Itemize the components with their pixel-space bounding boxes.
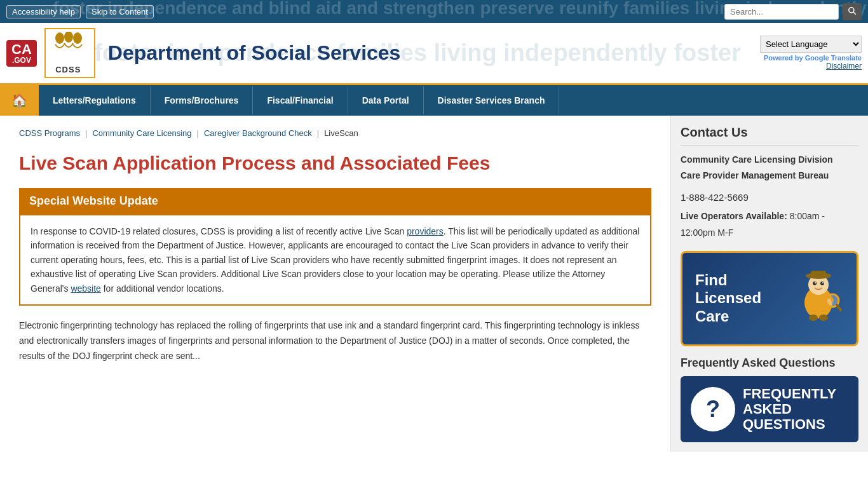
providers-link[interactable]: providers bbox=[407, 226, 444, 236]
accessibility-link[interactable]: Accessibility help bbox=[6, 5, 81, 18]
breadcrumb-caregiver-background[interactable]: Caregiver Background Check bbox=[204, 128, 312, 138]
contact-info: Community Care Licensing Division Care P… bbox=[681, 152, 858, 241]
nav-item-letters-regulations[interactable]: Letters/Regulations bbox=[39, 86, 151, 114]
ca-text: CA bbox=[11, 43, 32, 57]
nav-home-button[interactable]: 🏠 bbox=[0, 85, 39, 116]
gov-text: .GOV bbox=[12, 57, 31, 64]
faq-banner-text: FREQUENTLY ASKED QUESTIONS bbox=[743, 386, 848, 433]
svg-point-11 bbox=[815, 282, 816, 283]
skip-to-content-link[interactable]: Skip to Content bbox=[86, 5, 154, 18]
division-label: Community Care Licensing Division bbox=[681, 152, 858, 168]
main-content: CDSS Programs | Community Care Licensing… bbox=[0, 116, 671, 452]
nav-item-disaster-services[interactable]: Disaster Services Branch bbox=[424, 86, 560, 114]
breadcrumb-sep-3: | bbox=[317, 128, 319, 138]
special-update-body: In response to COVID-19 related closures… bbox=[19, 214, 651, 306]
nav-item-forms-brochures[interactable]: Forms/Brochures bbox=[151, 86, 254, 114]
breadcrumb: CDSS Programs | Community Care Licensing… bbox=[19, 128, 651, 138]
breadcrumb-sep-1: | bbox=[85, 128, 87, 138]
cdss-figures-icon bbox=[51, 32, 86, 65]
department-title: Department of Social Services bbox=[108, 41, 401, 65]
cdss-logo-inner: CDSS bbox=[51, 32, 86, 74]
search-input[interactable] bbox=[724, 4, 839, 20]
main-nav: 🏠 Letters/Regulations Forms/Brochures Fi… bbox=[0, 85, 868, 116]
top-bar: ...foster independence and blind aid and… bbox=[0, 0, 868, 23]
svg-point-2 bbox=[55, 32, 64, 44]
cdss-logo: CDSS bbox=[44, 28, 95, 78]
svg-point-10 bbox=[820, 281, 824, 285]
header: CA .GOV CDSS Department of Social bbox=[0, 23, 868, 85]
main-text: Electronic fingerprinting technology has… bbox=[19, 318, 651, 363]
svg-point-9 bbox=[813, 281, 817, 285]
svg-point-3 bbox=[64, 32, 73, 43]
top-bar-links: Accessibility help Skip to Content bbox=[6, 5, 154, 18]
phone-number: 1-888-422-5669 bbox=[681, 189, 858, 206]
special-update-text-3: for additional vendor locations. bbox=[101, 283, 224, 294]
page-title: Live Scan Application Process and Associ… bbox=[19, 151, 651, 175]
language-select[interactable]: Select Language bbox=[760, 36, 862, 53]
svg-point-12 bbox=[822, 282, 824, 283]
disclaimer-link[interactable]: Disclaimer bbox=[760, 62, 862, 71]
find-licensed-care-banner[interactable]: Find Licensed Care bbox=[681, 251, 858, 346]
ca-gov-logo: CA .GOV bbox=[6, 40, 37, 67]
faq-question-icon: ? bbox=[691, 387, 735, 431]
breadcrumb-sep-2: | bbox=[197, 128, 199, 138]
cdss-acronym: CDSS bbox=[55, 65, 81, 74]
svg-line-1 bbox=[853, 11, 856, 14]
hours-info: Live Operators Available: 8:00am - 12:00… bbox=[681, 208, 858, 240]
translate-area: Select Language Powered by Google Transl… bbox=[760, 36, 862, 71]
search-area bbox=[724, 3, 862, 20]
search-button[interactable] bbox=[843, 3, 862, 20]
contact-us-title: Contact Us bbox=[681, 125, 858, 146]
svg-line-14 bbox=[837, 305, 841, 310]
translate-text: Translate bbox=[831, 54, 862, 62]
svg-point-0 bbox=[849, 7, 854, 12]
svg-point-16 bbox=[819, 315, 828, 321]
powered-by-text: Powered by bbox=[764, 54, 803, 62]
translate-powered: Powered by Google Translate bbox=[760, 54, 862, 62]
svg-point-15 bbox=[809, 315, 818, 321]
hours-label: Live Operators Available: bbox=[681, 211, 787, 221]
special-update-text-1: In response to COVID-19 related closures… bbox=[31, 226, 407, 236]
nav-item-fiscal-financial[interactable]: Fiscal/Financial bbox=[253, 86, 348, 114]
google-text: Google bbox=[805, 54, 829, 62]
detective-mascot-icon bbox=[793, 266, 844, 332]
faq-banner[interactable]: ? FREQUENTLY ASKED QUESTIONS bbox=[681, 376, 858, 443]
bureau-label: Care Provider Management Bureau bbox=[681, 168, 858, 184]
sidebar: Contact Us Community Care Licensing Divi… bbox=[671, 116, 868, 452]
special-update-header: Special Website Update bbox=[19, 188, 651, 214]
find-care-text: Find Licensed Care bbox=[695, 271, 793, 326]
content-wrapper: CDSS Programs | Community Care Licensing… bbox=[0, 116, 868, 452]
breadcrumb-cdss-programs[interactable]: CDSS Programs bbox=[19, 128, 80, 138]
breadcrumb-community-care[interactable]: Community Care Licensing bbox=[92, 128, 191, 138]
logo-area: CA .GOV CDSS bbox=[6, 28, 95, 78]
website-link[interactable]: website bbox=[71, 283, 100, 294]
svg-point-4 bbox=[73, 32, 82, 44]
faq-title: Frequently Asked Questions bbox=[681, 356, 858, 370]
svg-rect-8 bbox=[811, 271, 826, 278]
nav-item-data-portal[interactable]: Data Portal bbox=[348, 86, 424, 114]
breadcrumb-livescan: LiveScan bbox=[324, 128, 358, 138]
